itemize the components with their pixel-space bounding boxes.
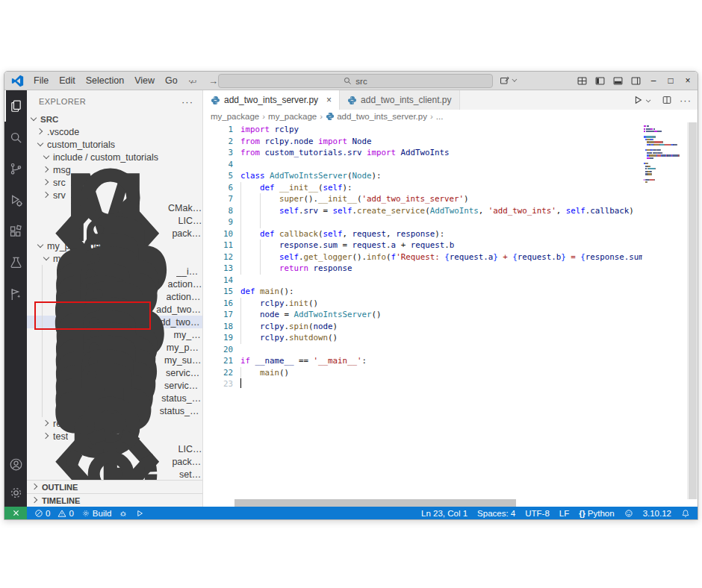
token — [240, 333, 260, 343]
status-launch-target[interactable] — [131, 507, 148, 519]
token: create_service — [357, 206, 425, 216]
status-eol[interactable]: LF — [559, 507, 569, 519]
outline-label: OUTLINE — [42, 483, 78, 492]
code-text — [240, 216, 642, 228]
token: callback — [590, 206, 629, 216]
close-button[interactable]: × — [683, 75, 693, 86]
status-remote-indicator[interactable] — [4, 507, 27, 519]
token: () — [279, 368, 289, 378]
vertical-scrollbar[interactable] — [687, 122, 698, 499]
indent-guide — [240, 263, 241, 275]
breadcrumb-item-my-package[interactable]: my_package — [268, 112, 317, 121]
activity-settings[interactable] — [4, 478, 27, 507]
status-cursor-position[interactable]: Ln 23, Col 1 — [421, 507, 468, 519]
menu-selection[interactable]: Selection — [81, 74, 129, 87]
tree-item-label: LICENSE — [178, 444, 202, 454]
tree-item-src[interactable]: SRC — [27, 113, 202, 125]
status-language-mode[interactable]: {}Python — [579, 507, 614, 519]
minimap[interactable] — [644, 125, 687, 499]
close-tab-icon[interactable]: × — [326, 95, 332, 105]
outline-section[interactable]: OUTLINE — [27, 480, 202, 493]
chevron-down-icon[interactable] — [646, 98, 651, 103]
activity-testing[interactable] — [4, 247, 27, 278]
token: node — [314, 322, 333, 331]
toggle-sidebar-icon[interactable] — [594, 75, 606, 87]
run-python-file-icon[interactable] — [633, 95, 643, 105]
menu-view[interactable]: View — [129, 74, 160, 87]
code-line-22: 22 main() — [203, 367, 642, 379]
status-encoding[interactable]: UTF-8 — [525, 507, 550, 519]
status-warnings[interactable]: 0 — [54, 507, 77, 519]
breadcrumb-item-add-two-ints-server-py[interactable]: add_two_ints_server.py — [326, 112, 427, 121]
command-center-search[interactable]: src — [218, 74, 493, 88]
horizontal-scrollbar[interactable] — [203, 499, 688, 507]
indent-guide — [260, 205, 261, 217]
tab-bar: add_two_ints_server.py×add_two_ints_clie… — [203, 90, 698, 110]
status-label: UTF-8 — [525, 509, 550, 518]
activity-ros-tasks[interactable] — [4, 278, 27, 310]
activity-source-control[interactable] — [4, 153, 27, 184]
line-number: 16 — [203, 298, 240, 310]
token: def — [260, 229, 279, 239]
status-indentation[interactable]: Spaces: 4 — [477, 507, 515, 519]
extensions-icon — [8, 224, 24, 240]
status-errors[interactable]: 0 — [31, 507, 54, 519]
activity-accounts[interactable] — [4, 450, 27, 478]
tree-item-setup-cfg[interactable]: setup.cfg — [27, 468, 202, 480]
status-cmake-build[interactable]: Build — [78, 507, 116, 519]
minimize-button[interactable]: – — [648, 75, 659, 86]
indent-guide — [240, 332, 241, 344]
timeline-section[interactable]: TIMELINE — [27, 493, 202, 507]
menu-edit[interactable]: Edit — [54, 74, 81, 87]
line-number: 20 — [203, 344, 240, 356]
horizontal-scrollbar-thumb[interactable] — [234, 499, 516, 507]
code-text — [240, 275, 642, 287]
token: request.a — [450, 252, 494, 262]
tree-item-vscode[interactable]: .vscode — [27, 125, 202, 138]
code-line-19: 19 rclpy.shutdown() — [203, 332, 642, 344]
breadcrumb-item-item[interactable]: ... — [436, 112, 444, 121]
forward-arrow-icon[interactable]: → — [208, 75, 218, 87]
token: response — [396, 229, 435, 239]
status-python-version[interactable]: 3.10.12 — [643, 507, 671, 519]
code-line-5: 5class AddTwoIntsServer(Node): — [203, 170, 642, 182]
activity-extensions[interactable] — [4, 216, 27, 247]
status-feedback[interactable] — [624, 507, 633, 519]
status-label: 0 — [46, 509, 50, 518]
minimap-line — [644, 147, 687, 148]
status-label: Build — [93, 509, 112, 518]
token: response — [279, 240, 318, 250]
remote-icon — [12, 509, 20, 517]
line-number: 12 — [203, 251, 240, 263]
braces-icon: {} — [579, 509, 585, 518]
breadcrumb-separator: › — [430, 112, 433, 121]
token: from — [240, 137, 260, 146]
status-notifications[interactable] — [681, 507, 690, 519]
code-lines[interactable]: 1import rclpy2from rclpy.node import Nod… — [203, 124, 642, 499]
tab-add-two-ints-client-py[interactable]: add_two_ints_client.py — [340, 90, 459, 110]
menu-go[interactable]: Go — [160, 74, 183, 87]
breadcrumb-label: add_two_ints_server.py — [337, 112, 427, 121]
status-debug-target[interactable] — [115, 507, 131, 519]
more-actions-icon[interactable]: ··· — [181, 96, 193, 107]
token: () — [308, 298, 318, 308]
breadcrumb-item-my-package[interactable]: my_package — [211, 112, 259, 121]
token: rclpy — [260, 322, 285, 331]
split-editor-icon[interactable] — [662, 95, 672, 105]
tab-add-two-ints-server-py[interactable]: add_two_ints_server.py× — [203, 90, 340, 110]
activity-run-and-debug[interactable] — [4, 184, 27, 216]
new-window-button[interactable] — [499, 75, 521, 86]
toggle-secondary-sidebar-icon[interactable] — [630, 75, 642, 87]
maximize-button[interactable]: □ — [665, 75, 676, 86]
breadcrumb-separator: › — [262, 112, 265, 121]
menu-file[interactable]: File — [28, 74, 54, 87]
customize-layout-icon[interactable] — [577, 75, 588, 87]
activity-explorer[interactable] — [4, 90, 27, 122]
code-line-20: 20 — [203, 344, 642, 356]
back-arrow-icon[interactable]: ← — [188, 75, 198, 87]
toggle-panel-icon[interactable] — [612, 75, 624, 87]
more-actions-icon[interactable]: ··· — [680, 95, 692, 106]
vertical-scrollbar-thumb[interactable] — [689, 122, 697, 499]
indent-guide — [260, 251, 261, 263]
activity-search[interactable] — [4, 122, 27, 153]
